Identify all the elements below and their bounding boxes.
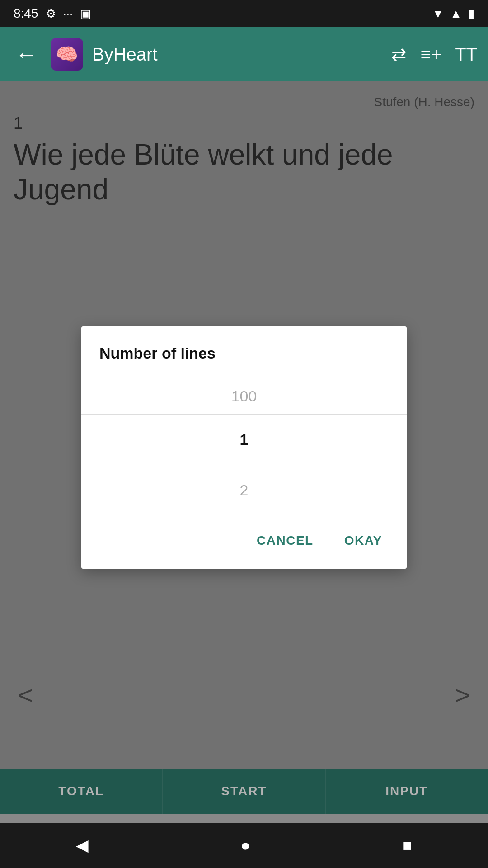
dialog-list: 1 2 xyxy=(81,414,407,515)
dialog-item-1[interactable]: 1 xyxy=(81,414,407,465)
status-time: 8:45 xyxy=(14,6,38,21)
android-nav: ◀ ● ■ xyxy=(0,823,488,868)
toolbar: ← 🧠 ByHeart ⇄ ≡+ TT xyxy=(0,27,488,81)
cancel-button[interactable]: CANCEL xyxy=(246,526,324,555)
status-right: ▼ ▲ ▮ xyxy=(432,7,474,21)
dialog: Number of lines 100 1 2 CANCEL OKAY xyxy=(81,326,407,569)
dialog-title: Number of lines xyxy=(99,344,216,362)
add-list-icon[interactable]: ≡+ xyxy=(420,44,441,65)
dialog-placeholder: 100 xyxy=(81,371,407,414)
dialog-item-2[interactable]: 2 xyxy=(81,465,407,515)
android-recent-button[interactable]: ■ xyxy=(402,836,412,855)
android-home-button[interactable]: ● xyxy=(240,836,250,855)
android-back-button[interactable]: ◀ xyxy=(76,836,89,855)
text-size-icon[interactable]: TT xyxy=(455,44,477,65)
back-button[interactable]: ← xyxy=(11,38,42,71)
swap-icon[interactable]: ⇄ xyxy=(391,44,407,65)
dialog-placeholder-value: 100 xyxy=(231,387,257,405)
app-icon: 🧠 xyxy=(51,38,83,71)
status-bar: 8:45 ⚙ ··· ▣ ▼ ▲ ▮ xyxy=(0,0,488,27)
battery-icon: ▮ xyxy=(468,7,474,21)
app-title: ByHeart xyxy=(92,44,382,65)
settings-icon: ⚙ xyxy=(46,7,56,21)
okay-button[interactable]: OKAY xyxy=(333,526,393,555)
wifi-icon: ▼ xyxy=(432,7,444,21)
toolbar-actions: ⇄ ≡+ TT xyxy=(391,44,477,65)
dialog-item-2-value: 2 xyxy=(240,481,249,499)
dialog-actions: CANCEL OKAY xyxy=(81,515,407,569)
dialog-title-area: Number of lines xyxy=(81,326,407,371)
dots-icon: ··· xyxy=(63,7,73,21)
dialog-item-1-value: 1 xyxy=(240,431,249,448)
dialog-overlay: Number of lines 100 1 2 CANCEL OKAY xyxy=(0,81,488,814)
sim-icon: ▣ xyxy=(80,7,91,21)
signal-icon: ▲ xyxy=(450,7,462,21)
status-left: 8:45 ⚙ ··· ▣ xyxy=(14,6,91,21)
main-content: Stufen (H. Hesse) 1 Wie jede Blüte welkt… xyxy=(0,81,488,814)
app-icon-emoji: 🧠 xyxy=(56,44,78,65)
